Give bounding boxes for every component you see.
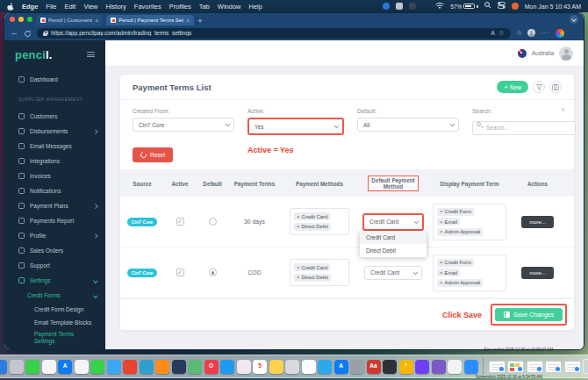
dock-messages[interactable] (25, 360, 39, 374)
sidebar-item-credit-forms[interactable]: Credit Forms (4, 288, 105, 303)
tab-customers[interactable]: Pencil | Customers (36, 15, 103, 25)
menu-history[interactable]: History (106, 3, 126, 11)
more-button[interactable]: more... (521, 216, 554, 228)
dock-calendar[interactable]: 5 (253, 360, 267, 374)
dock-finder[interactable] (0, 360, 7, 374)
remove-icon[interactable] (297, 275, 300, 280)
dock-calculator[interactable] (383, 360, 397, 374)
dock-reader-aa[interactable]: Aa (367, 360, 381, 374)
dock-tor-browser[interactable] (172, 360, 186, 374)
dropdown-option-direct-debit[interactable]: Direct Debit (360, 244, 427, 257)
created-from-select[interactable]: Cin7 Core (133, 118, 234, 132)
browser-profile-avatar[interactable] (527, 29, 535, 37)
back-button[interactable]: ← (11, 29, 18, 37)
save-changes-button[interactable]: Save Changes (495, 308, 563, 321)
menu-edge[interactable]: Edge (22, 3, 38, 11)
status-globe-icon[interactable] (409, 3, 416, 10)
user-avatar[interactable] (559, 47, 573, 61)
minimized-window[interactable] (507, 361, 524, 373)
dock-app-store[interactable]: A (58, 360, 72, 374)
status-capture-icon[interactable] (396, 3, 403, 10)
wifi-icon[interactable] (435, 3, 444, 11)
tab-list-chevron-icon[interactable] (570, 15, 578, 24)
search-input[interactable] (472, 121, 576, 135)
read-aloud-icon[interactable] (491, 30, 495, 36)
sidebar-item-disbursements[interactable]: Disbursements (4, 124, 105, 139)
apple-menu-icon[interactable] (7, 3, 14, 11)
spotlight-icon[interactable] (484, 2, 491, 11)
sidebar-item-settings[interactable]: Settings (4, 273, 105, 288)
australia-flag-icon[interactable] (518, 49, 527, 58)
status-messenger-icon[interactable] (383, 3, 390, 10)
favorites-icon[interactable] (516, 29, 522, 37)
minimized-window[interactable] (489, 361, 506, 373)
default-radio[interactable] (209, 218, 217, 226)
remove-icon[interactable] (440, 219, 443, 225)
favorite-star-icon[interactable] (498, 29, 505, 37)
dock-shortcuts[interactable] (285, 360, 299, 374)
dock-chrome[interactable] (188, 360, 202, 374)
minimized-window[interactable] (564, 361, 581, 373)
new-button[interactable]: New (497, 81, 528, 93)
active-select[interactable]: Yes (249, 119, 342, 133)
zoom-window-button[interactable] (27, 17, 32, 22)
sidebar-item-invoices[interactable]: Invoices (4, 168, 105, 183)
dock-mail[interactable] (220, 360, 234, 374)
menu-edit[interactable]: Edit (64, 3, 75, 11)
dock-facetime[interactable] (90, 360, 104, 374)
new-tab-button[interactable] (197, 12, 202, 27)
remove-icon[interactable] (297, 265, 300, 270)
sidebar-item-sales-orders[interactable]: Sales Orders (4, 243, 105, 258)
close-filters-icon[interactable] (561, 106, 565, 114)
dock-asterisk-app[interactable]: * (399, 360, 413, 374)
address-bar[interactable]: https://app.pencilpay.com/admin/trading_… (37, 28, 511, 39)
copilot-icon[interactable] (556, 29, 564, 38)
dock-slack[interactable] (237, 360, 251, 374)
dock-app-store-alt[interactable]: A (334, 360, 348, 374)
default-radio[interactable] (209, 269, 217, 276)
sidebar-item-payment-plans[interactable]: Payment Plans (4, 198, 105, 213)
dock-launchpad[interactable] (10, 360, 24, 374)
trash-icon[interactable] (583, 359, 588, 374)
refresh-button[interactable] (24, 25, 32, 41)
menubar-clock[interactable]: Mon Jan 5 10:43 AM (525, 4, 581, 10)
menu-file[interactable]: File (46, 3, 56, 11)
status-orange-app-icon[interactable] (512, 3, 519, 10)
sidebar-item-email-messages[interactable]: Email Messages (4, 139, 105, 154)
active-checkbox[interactable]: ✓ (176, 218, 184, 226)
dock-photos[interactable] (75, 360, 89, 374)
minimize-window-button[interactable] (18, 17, 24, 22)
menu-window[interactable]: Window (218, 3, 241, 11)
filter-funnel-icon[interactable] (533, 81, 545, 93)
dock-edge[interactable] (140, 360, 154, 374)
dropdown-option-credit-card[interactable]: Credit Card (360, 231, 427, 244)
dock-twitter[interactable] (415, 360, 429, 374)
hamburger-icon[interactable] (87, 52, 95, 57)
tab-payment-terms-settings[interactable]: Pencil | Payment Terms Settings (106, 15, 194, 25)
default-select[interactable]: All (357, 118, 459, 132)
status-record-icon[interactable] (422, 3, 429, 10)
active-checkbox[interactable]: ✓ (176, 269, 184, 276)
sidebar-item-email-template-blocks[interactable]: Email Template Blocks (4, 316, 105, 329)
sidebar-item-integrations[interactable]: Integrations (4, 154, 105, 168)
close-tab-icon[interactable] (186, 18, 190, 24)
remove-icon[interactable] (297, 214, 300, 219)
remove-icon[interactable] (297, 224, 300, 229)
dock-reminders[interactable] (302, 360, 316, 374)
control-center-icon[interactable] (498, 2, 506, 11)
sidebar-item-support[interactable]: Support (4, 258, 105, 273)
browser-menu-icon[interactable] (541, 29, 550, 37)
remove-icon[interactable] (440, 229, 443, 234)
sidebar-item-notifications[interactable]: Notifications (4, 183, 105, 198)
remove-icon[interactable] (440, 209, 443, 214)
close-window-button[interactable] (10, 17, 15, 22)
menu-tab[interactable]: Tab (199, 3, 210, 11)
sidebar-item-payment-terms-settings[interactable]: Payment Terms Settings (4, 329, 105, 347)
menu-help[interactable]: Help (248, 3, 262, 11)
sidebar-item-payments-report[interactable]: Payments Report (4, 213, 105, 228)
remove-icon[interactable] (440, 270, 443, 276)
menu-profiles[interactable]: Profiles (169, 3, 191, 11)
dock-firefox[interactable] (155, 360, 169, 374)
close-tab-icon[interactable] (95, 18, 98, 24)
columns-icon[interactable] (549, 81, 562, 93)
